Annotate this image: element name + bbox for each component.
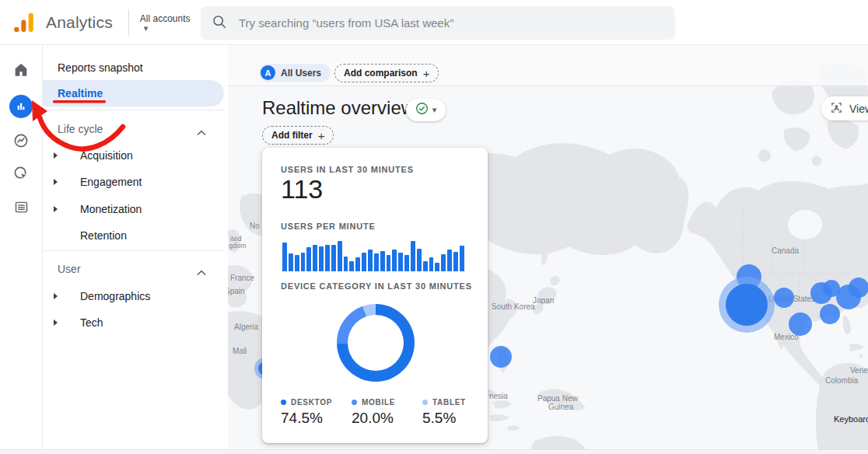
nav-item-tech[interactable]: Tech	[42, 311, 228, 334]
minute-bar	[398, 253, 403, 271]
view-user-snapshot-button[interactable]: View	[821, 96, 868, 120]
nav-divider	[42, 250, 224, 251]
nav-section-user[interactable]: User	[42, 257, 228, 281]
report-status-button[interactable]: ▾	[406, 99, 446, 121]
minute-bar	[368, 250, 373, 271]
nav-item-realtime[interactable]: Realtime	[42, 80, 224, 107]
users-per-minute-label: USERS PER MINUTE	[281, 222, 376, 231]
legend-desktop: DESKTOP 74.5%	[281, 398, 332, 427]
nav-item-acquisition[interactable]: Acquisition	[42, 144, 228, 167]
minute-bar	[460, 246, 464, 271]
device-category-label: DEVICE CATEGORY IN LAST 30 MINUTES	[281, 281, 472, 291]
rail-advertising-button[interactable]	[0, 161, 42, 189]
minute-bar	[344, 257, 348, 271]
user-location-bubble	[719, 277, 775, 333]
device-donut	[337, 304, 415, 382]
legend-dot	[352, 400, 357, 405]
minute-bar	[349, 261, 354, 271]
minute-bar	[313, 245, 317, 271]
legend-label: DESKTOP	[291, 398, 332, 407]
explore-icon	[12, 132, 30, 152]
nav-item-demographics[interactable]: Demographics	[42, 285, 228, 308]
legend-dot	[422, 400, 428, 405]
nav-item-label: Realtime	[58, 87, 103, 100]
users-30min-value: 113	[281, 174, 323, 204]
add-filter-label: Add filter	[271, 130, 313, 141]
search-bar[interactable]	[201, 6, 675, 40]
rail-explore-button[interactable]	[0, 128, 42, 156]
minute-bar	[435, 263, 439, 271]
realtime-summary-card: USERS IN LAST 30 MINUTES 113 USERS PER M…	[262, 148, 488, 443]
comparison-avatar: A	[261, 65, 275, 80]
nav-item-label: Demographics	[80, 290, 150, 302]
add-comparison-label: Add comparison	[344, 68, 418, 79]
minute-bar	[380, 251, 385, 271]
legend-label: MOBILE	[362, 398, 395, 407]
search-icon	[212, 14, 227, 33]
user-snapshot-icon	[831, 102, 842, 116]
minute-bar	[441, 254, 446, 271]
minute-bar	[453, 252, 458, 271]
minute-bar	[355, 257, 360, 271]
expand-arrow-icon	[54, 179, 58, 185]
caret-down-icon: ▾	[432, 105, 437, 115]
reports-icon	[9, 95, 33, 118]
chevron-up-icon	[197, 266, 206, 278]
rail-reports-button[interactable]	[0, 93, 42, 120]
minute-bar	[404, 255, 409, 271]
nav-divider	[42, 110, 224, 110]
search-input[interactable]	[237, 16, 645, 30]
analytics-logo-icon	[12, 9, 38, 36]
user-location-bubble-core	[726, 284, 768, 326]
nav-item-label: Acquisition	[80, 149, 133, 162]
user-location-bubble	[490, 346, 512, 368]
rail-home-button[interactable]	[0, 58, 42, 86]
reports-nav-panel: Reports snapshot Realtime Life cycle Acq…	[42, 44, 228, 454]
account-selector[interactable]: All accounts ▾	[140, 13, 191, 32]
legend-mobile: MOBILE 20.0%	[352, 398, 395, 427]
page-title: Realtime overview	[262, 97, 415, 119]
minute-bar	[295, 255, 299, 271]
legend-tablet: TABLET 5.5%	[422, 398, 466, 427]
nav-section-lifecycle[interactable]: Life cycle	[42, 117, 228, 141]
keyboard-shortcuts-label[interactable]: Keyboard	[834, 414, 868, 424]
minute-bar	[374, 253, 379, 271]
minute-bar	[411, 241, 415, 271]
topbar-divider	[128, 9, 129, 36]
minute-bar	[282, 243, 287, 271]
advertising-icon	[12, 165, 30, 185]
add-comparison-button[interactable]: Add comparison +	[334, 64, 439, 82]
minute-bar	[306, 247, 311, 272]
user-location-bubble	[789, 313, 812, 336]
minute-bar	[429, 257, 434, 271]
nav-item-monetization[interactable]: Monetization	[42, 197, 228, 221]
nav-item-label: Reports snapshot	[58, 61, 143, 74]
user-location-bubble	[774, 288, 794, 308]
analytics-app: { "topbar": { "brand": "Analytics", "acc…	[0, 0, 868, 454]
minute-bar	[319, 246, 324, 271]
expand-arrow-icon	[54, 206, 58, 212]
minute-bar	[417, 249, 422, 271]
nav-item-label: Engagement	[80, 176, 142, 188]
legend-value: 5.5%	[422, 410, 466, 427]
minute-bar	[447, 250, 452, 271]
rail-library-button[interactable]	[0, 194, 42, 222]
plus-icon: +	[318, 129, 325, 142]
legend-dot	[281, 400, 286, 405]
nav-item-label: Tech	[80, 316, 103, 329]
home-icon	[12, 61, 30, 82]
nav-item-engagement[interactable]: Engagement	[42, 170, 228, 194]
add-filter-button[interactable]: Add filter +	[262, 126, 334, 145]
expand-arrow-icon	[54, 293, 58, 299]
nav-item-retention[interactable]: Retention	[42, 224, 228, 247]
all-users-chip[interactable]: A All Users	[259, 64, 331, 82]
minute-bar	[338, 241, 342, 271]
user-location-bubble	[849, 278, 868, 298]
nav-section-label: Life cycle	[58, 123, 103, 135]
minute-bar	[387, 255, 391, 271]
nav-item-reports-snapshot[interactable]: Reports snapshot	[42, 56, 228, 79]
all-users-chip-label: All Users	[281, 68, 321, 79]
check-circle-icon	[415, 102, 429, 118]
legend-label: TABLET	[432, 398, 466, 407]
app-title: Analytics	[46, 13, 113, 32]
